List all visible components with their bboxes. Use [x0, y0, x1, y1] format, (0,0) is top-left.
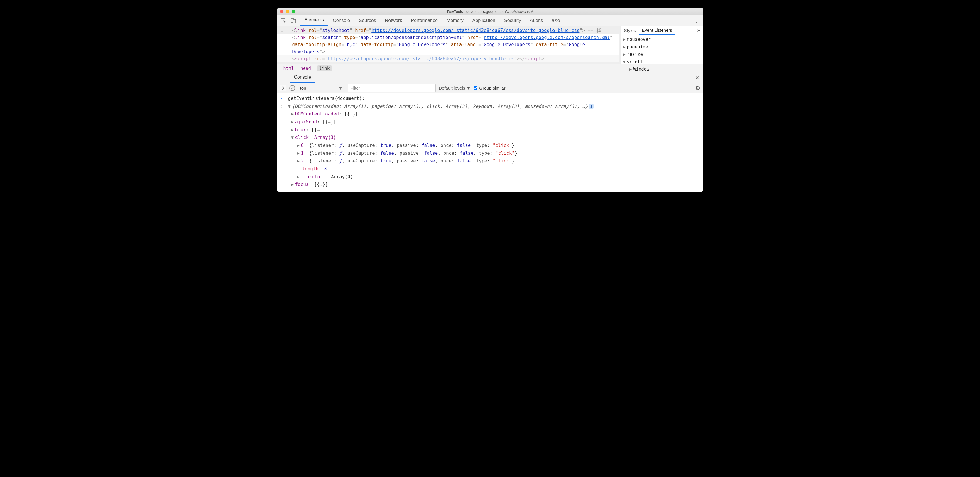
svg-rect-2 — [293, 19, 296, 23]
tab-performance[interactable]: Performance — [406, 15, 442, 26]
collapse-icon[interactable]: ⋯ — [281, 28, 284, 35]
event-row[interactable]: ▶mouseover — [623, 36, 702, 43]
console-toolbar: top▼ Filter Default levels ▼ Group simil… — [277, 83, 703, 93]
result-row[interactable]: ▶ajaxSend: [{…}] — [280, 118, 700, 126]
array-item[interactable]: ▶0: {listener: ƒ, useCapture: true, pass… — [280, 142, 700, 150]
devtools-window: DevTools - developers.google.com/web/sho… — [277, 8, 703, 191]
drawer-menu-icon[interactable]: ⋮ — [277, 75, 291, 81]
window-title: DevTools - developers.google.com/web/sho… — [277, 10, 703, 14]
device-toolbar-icon[interactable] — [291, 18, 296, 24]
breadcrumb-item[interactable]: html — [283, 66, 294, 71]
filter-input[interactable]: Filter — [348, 84, 436, 92]
log-levels-selector[interactable]: Default levels ▼ — [439, 86, 471, 91]
result-row[interactable]: ▶DOMContentLoaded: [{…}] — [280, 110, 700, 118]
group-similar-checkbox[interactable]: Group similar — [474, 86, 505, 91]
tab-application[interactable]: Application — [468, 15, 500, 26]
window-controls — [280, 10, 295, 13]
tab-event-listeners[interactable]: Event Listeners — [639, 26, 675, 35]
inspect-element-icon[interactable] — [280, 18, 286, 24]
clear-console-icon[interactable] — [289, 85, 295, 91]
main-split: ⋯ <link rel="stylesheet" href="https://d… — [277, 26, 703, 64]
result-row[interactable]: ▶focus: [{…}] — [280, 181, 700, 188]
breadcrumb-item[interactable]: link — [318, 65, 332, 71]
group-similar-input[interactable] — [474, 86, 477, 90]
length-row: length: 3 — [280, 165, 700, 173]
result-row[interactable]: ▼click: Array(3) — [280, 134, 700, 142]
result-summary: {DOMContentLoaded: Array(1), pagehide: A… — [292, 104, 588, 109]
main-tabbar: Elements Console Sources Network Perform… — [277, 15, 703, 26]
array-item[interactable]: ▶1: {listener: ƒ, useCapture: false, pas… — [280, 150, 700, 158]
execution-context-icon[interactable] — [280, 85, 286, 91]
more-tabs-icon[interactable]: » — [694, 27, 703, 34]
tab-sources[interactable]: Sources — [355, 15, 380, 26]
sidebar: Styles Event Listeners » ▶mouseover ▶pag… — [621, 26, 703, 64]
tab-axe[interactable]: aXe — [547, 15, 564, 26]
tab-console[interactable]: Console — [328, 15, 355, 26]
tab-security[interactable]: Security — [500, 15, 525, 26]
tab-network[interactable]: Network — [380, 15, 407, 26]
tab-styles[interactable]: Styles — [621, 26, 639, 35]
console-input-line: getEventListeners(document); — [288, 96, 365, 101]
drawer-tab-console[interactable]: Console — [291, 73, 315, 83]
close-window-button[interactable] — [280, 10, 283, 13]
event-listeners-list: ▶mouseover ▶pagehide ▶resize ▼scroll ▶Wi… — [621, 35, 703, 74]
tab-audits[interactable]: Audits — [525, 15, 547, 26]
attr-href-link[interactable]: https://developers.google.com/_static/64… — [371, 28, 579, 33]
tab-memory[interactable]: Memory — [442, 15, 468, 26]
result-row[interactable]: ▶blur: [{…}] — [280, 126, 700, 134]
group-similar-label: Group similar — [479, 86, 505, 91]
minimize-window-button[interactable] — [286, 10, 289, 13]
event-row[interactable]: ▶pagehide — [623, 43, 702, 51]
inspect-tools — [277, 15, 300, 26]
zoom-window-button[interactable] — [292, 10, 295, 13]
attr-rel: stylesheet — [322, 28, 350, 33]
context-selector[interactable]: top▼ — [298, 85, 345, 91]
titlebar: DevTools - developers.google.com/web/sho… — [277, 8, 703, 15]
console-output[interactable]: › getEventListeners(document); ‹ ▼{DOMCo… — [277, 93, 703, 191]
tab-elements[interactable]: Elements — [300, 15, 329, 26]
event-row[interactable]: ▼scroll — [623, 59, 702, 66]
drawer-tabbar: ⋮ Console × — [277, 73, 703, 83]
more-options-icon[interactable]: ⋮ — [689, 15, 703, 26]
event-target-row[interactable]: ▶Window — [623, 66, 702, 73]
breadcrumb-item[interactable]: head — [301, 66, 311, 71]
event-row[interactable]: ▶resize — [623, 51, 702, 59]
proto-row[interactable]: ▶__proto__: Array(0) — [280, 173, 700, 181]
info-badge-icon[interactable]: i — [589, 104, 593, 108]
array-item[interactable]: ▶2: {listener: ƒ, useCapture: true, pass… — [280, 157, 700, 165]
selected-node-marker: == $0 — [585, 28, 601, 33]
sidebar-tabs: Styles Event Listeners » — [621, 26, 703, 35]
settings-icon[interactable]: ⚙ — [695, 85, 700, 92]
context-label: top — [300, 86, 306, 91]
close-drawer-icon[interactable]: × — [691, 74, 703, 81]
elements-source[interactable]: ⋯ <link rel="stylesheet" href="https://d… — [277, 26, 621, 64]
